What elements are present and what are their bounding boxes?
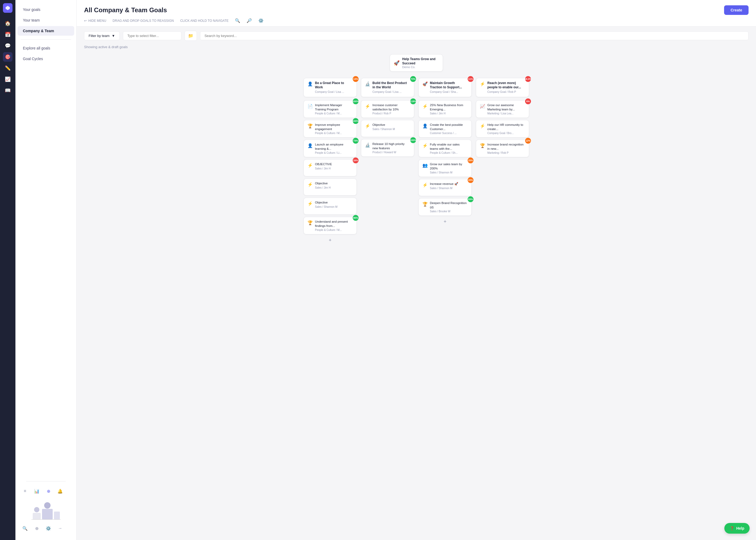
search-icon[interactable]: 🔍: [21, 524, 29, 533]
nav-edit-icon[interactable]: ✏️: [3, 63, 13, 73]
top-goal-badge-2: 11%: [468, 76, 473, 82]
sub-goal-sub-2-0: Sales / Jim H: [430, 112, 468, 115]
sidebar-illustration: [21, 499, 71, 522]
add-more-0[interactable]: +: [304, 236, 357, 244]
list-view-icon[interactable]: ≡: [21, 487, 29, 495]
top-goal-title-2: Maintain Growth Traction to Support...: [430, 81, 468, 89]
goal-canvas[interactable]: 🚀 Help Teams Grow and Succeed Demo Co. 👤…: [76, 51, 756, 540]
top-goal-card-1[interactable]: 🔬 Build the Best Product in the World Co…: [361, 78, 414, 97]
nav-goals-icon[interactable]: 🎯: [3, 52, 13, 62]
sub-goal-card-3-1[interactable]: ⚡ Help our HR community to create... Com…: [476, 120, 529, 138]
sub-goal-card-1-0[interactable]: ⚡ Increase customer satisfaction by 10% …: [361, 100, 414, 118]
sub-goal-card-0-5[interactable]: ⚡ Objective Sales / Shannon M: [304, 198, 357, 215]
top-goal-title-3: Reach (even more) people to enable our..…: [487, 81, 525, 89]
main-content: All Company & Team Goals Create ↩ HIDE M…: [76, 0, 756, 540]
sub-goal-card-0-0[interactable]: 📄 Implement Manager Training Program Peo…: [304, 100, 357, 118]
sub-goal-card-0-6[interactable]: 🏆 Understand and present findings from..…: [304, 217, 357, 234]
top-goal-card-3[interactable]: ⚡ Reach (even more) people to enable our…: [476, 78, 529, 97]
top-goal-sub-3: Company Goal / Rob P: [487, 90, 525, 93]
sub-goal-badge-2-4: 20%: [468, 177, 473, 183]
sub-goal-sub-2-2: People & Culture / Sh...: [430, 151, 468, 154]
sub-goal-sub-0-3: Sales / Jim H: [315, 167, 332, 170]
org-view-icon[interactable]: ⊕: [44, 487, 53, 495]
sidebar-divider: [21, 39, 71, 40]
sub-goal-badge-0-6: 86%: [353, 215, 359, 221]
add-more-2[interactable]: +: [419, 218, 472, 225]
sub-goal-card-2-0[interactable]: ⚡ 25% New Business from Emerging... Sale…: [419, 100, 472, 118]
search-keyword-input[interactable]: [200, 31, 749, 40]
sub-goal-icon-2-3: 👥: [423, 163, 428, 168]
top-goal-card-0[interactable]: 👤 Be a Great Place to Work Company Goal …: [304, 78, 357, 97]
sub-goal-sub-2-4: Sales / Shannon M: [430, 187, 458, 190]
sub-goal-sub-0-1: People & Culture / M...: [315, 132, 353, 135]
filter-chevron-icon: ▼: [112, 34, 115, 38]
settings-icon[interactable]: ⚙️: [44, 524, 53, 533]
sub-goal-title-2-0: 25% New Business from Emerging...: [430, 103, 468, 111]
sidebar-item-company-team[interactable]: Company & Team: [18, 26, 74, 36]
help-button[interactable]: ❓ Help: [724, 523, 750, 534]
sub-goal-card-0-4[interactable]: ⚡ Objective Sales / Jim H: [304, 179, 357, 196]
top-goal-badge-1: 73%: [410, 76, 416, 82]
sub-goal-card-1-2[interactable]: 🔬 Release 10 high priority new features …: [361, 139, 414, 157]
top-goal-card-2[interactable]: 🚀 Maintain Growth Traction to Support...…: [419, 78, 472, 97]
hide-menu-icon: ↩: [84, 19, 87, 23]
root-goal-card[interactable]: 🚀 Help Teams Grow and Succeed Demo Co.: [390, 54, 443, 71]
sub-goal-title-2-4: Increase revenue 🚀: [430, 182, 458, 186]
sub-goal-card-2-2[interactable]: ⚡ Fully enable our sales teams with the.…: [419, 140, 472, 157]
sub-goal-card-2-3[interactable]: 👥 Grow our sales team by 200% Sales / Sh…: [419, 159, 472, 177]
goals-layout: 👤 Be a Great Place to Work Company Goal …: [82, 78, 751, 244]
sub-goal-badge-0-2: 73%: [353, 138, 359, 144]
sub-goal-card-2-4[interactable]: ⚡ Increase revenue 🚀 Sales / Shannon M 2…: [419, 179, 472, 196]
sub-goal-sub-1-2: Product / Howard W: [372, 151, 410, 154]
sub-goal-badge-3-2: 12%: [525, 138, 531, 144]
arrow-icon[interactable]: →: [56, 524, 64, 533]
filter-by-team-button[interactable]: Filter by team ▼: [84, 31, 120, 40]
sub-goal-card-0-1[interactable]: 🏆 Improve employee engagement People & C…: [304, 120, 357, 138]
sub-goal-card-3-0[interactable]: 📈 Grow our awesome Marketing team by... …: [476, 100, 529, 118]
sub-goal-icon-0-0: 📄: [308, 104, 313, 109]
nav-calendar-icon[interactable]: 📅: [3, 30, 13, 39]
top-goal-icon-0: 👤: [308, 81, 313, 86]
add-icon[interactable]: ⊕: [33, 524, 41, 533]
sub-goal-icon-0-5: ⚡: [308, 201, 313, 206]
zoom-in-icon[interactable]: 🔍: [235, 18, 240, 23]
nav-chart-icon[interactable]: 📈: [3, 74, 13, 84]
sidebar-item-your-team[interactable]: Your team: [18, 15, 74, 25]
nav-book-icon[interactable]: 📖: [3, 86, 13, 95]
app-logo[interactable]: [3, 3, 13, 13]
bell-icon[interactable]: 🔔: [56, 487, 64, 495]
sub-goal-card-0-2[interactable]: 👤 Launch an employee learning &... Peopl…: [304, 140, 357, 157]
top-goal-title-0: Be a Great Place to Work: [315, 81, 353, 89]
sub-goal-card-2-5[interactable]: 🏆 Deepen Brand Recognition (d) Sales / B…: [419, 198, 472, 216]
top-goal-icon-2: 🚀: [423, 81, 428, 86]
root-goal-sub: Demo Co.: [402, 66, 439, 68]
sub-goal-card-3-2[interactable]: 🏆 Increase brand recognition in new... M…: [476, 140, 529, 157]
zoom-out-icon[interactable]: 🔎: [247, 18, 252, 23]
sub-goal-icon-0-2: 👤: [308, 143, 313, 148]
sub-goal-icon-0-6: 🏆: [308, 220, 313, 225]
create-button[interactable]: Create: [724, 5, 749, 15]
sub-goal-title-1-1: Objective: [372, 123, 395, 127]
goal-column-1: 🔬 Build the Best Product in the World Co…: [361, 78, 414, 244]
sub-goal-badge-1-0: 119%: [410, 98, 416, 104]
settings-toolbar-icon[interactable]: ⚙️: [258, 18, 264, 23]
sub-goal-card-1-1[interactable]: ⚡ Objective Sales / Shannon M: [361, 120, 414, 137]
sub-goal-card-0-3[interactable]: ⚡ OBJECTIVE Sales / Jim H 16%: [304, 159, 357, 176]
sub-goal-title-0-2: Launch an employee learning &...: [315, 143, 353, 151]
sub-goal-sub-0-2: People & Culture / Li...: [315, 151, 353, 154]
goal-column-3: ⚡ Reach (even more) people to enable our…: [476, 78, 529, 244]
sidebar-item-explore[interactable]: Explore all goals: [18, 43, 74, 53]
toolbar-row: ↩ HIDE MENU DRAG AND DROP GOALS TO REASS…: [84, 18, 749, 26]
sidebar-item-your-goals[interactable]: Your goals: [18, 5, 74, 14]
icon-bar: 🏠 📅 💬 🎯 ✏️ 📈 📖: [0, 0, 15, 540]
chart-view-icon[interactable]: 📊: [33, 487, 41, 495]
nav-home-icon[interactable]: 🏠: [3, 19, 13, 28]
folder-icon-button[interactable]: 📁: [185, 31, 197, 41]
sub-goal-badge-2-3: 25%: [468, 158, 473, 163]
nav-chat-icon[interactable]: 💬: [3, 41, 13, 51]
filter-select-input[interactable]: [123, 31, 182, 40]
hide-menu-button[interactable]: ↩ HIDE MENU: [84, 19, 106, 23]
sub-goal-title-1-2: Release 10 high priority new features: [372, 142, 410, 150]
sub-goal-card-2-1[interactable]: 👤 Create the best possible Customer... C…: [419, 120, 472, 138]
sidebar-item-goal-cycles[interactable]: Goal Cycles: [18, 54, 74, 64]
